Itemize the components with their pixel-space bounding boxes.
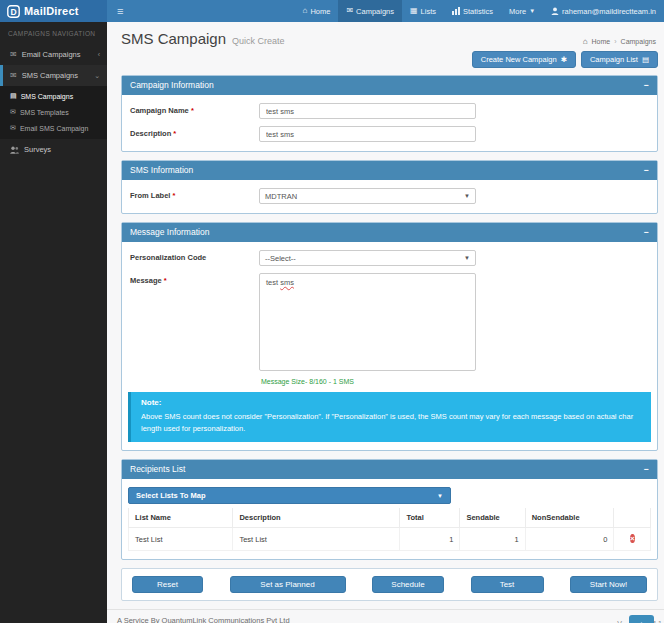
navbar-menu: ⌂ Home ✉ Campaigns ▦ Lists Statistics Mo… [295,0,664,22]
sidebar-item-sms-campaigns[interactable]: ✉ SMS Campaigns ⌄ [0,65,107,86]
cell-description: Test List [233,528,400,551]
note-title: Note: [141,398,641,407]
nav-home[interactable]: ⌂ Home [295,0,339,22]
col-total: Total [400,508,460,528]
nav-more[interactable]: More ▼ [501,0,543,22]
description-input[interactable] [259,126,476,142]
cell-nonsendable: 0 [525,528,614,551]
set-as-planned-button[interactable]: Set as Planned [230,576,346,593]
collapse-icon[interactable]: − [644,166,649,175]
campaign-list-button[interactable]: Campaign List ▤ [581,51,658,68]
label-text: Description [130,129,171,138]
panel-title: Campaign Information [130,80,214,90]
select-caret-icon: ▼ [464,255,470,261]
home-icon: ⌂ [583,37,588,46]
sidebar-item-label: SMS Campaigns [22,71,78,80]
personalization-label: Personalization Code [128,250,259,262]
personalization-row: Personalization Code --Select-- ▼ [128,250,651,266]
collapse-icon[interactable]: − [644,81,649,90]
sms-information-panel: SMS Information − From Label * MDTRAN ▼ [121,160,658,214]
label-text: Campaign Name [130,106,189,115]
home-icon: ⌂ [303,7,308,15]
panel-title: Recipients List [130,464,185,474]
recipients-list-panel: Recipients List − Select Lists To Map ▼ … [121,459,658,560]
scroll-to-top-button[interactable] [629,615,654,623]
required-asterisk: * [173,129,176,138]
top-navbar: D MailDirect ≡ ⌂ Home ✉ Campaigns ▦ List… [0,0,664,22]
cell-actions: × [614,528,651,551]
recipients-list-header: Recipients List − [122,460,657,479]
sidebar-item-surveys[interactable]: Surveys [0,139,107,160]
sidebar-subitem-sms-templates[interactable]: ✉ SMS Templates [0,104,107,120]
nav-user[interactable]: raheman@maildirectteam.in [543,0,664,22]
reset-button[interactable]: Reset [132,576,203,593]
collapse-icon[interactable]: − [644,228,649,237]
col-actions [614,508,651,528]
personalization-select[interactable]: --Select-- ▼ [259,250,476,266]
message-textarea[interactable]: test sms [259,273,476,371]
col-nonsendable: NonSendable [525,508,614,528]
breadcrumb-separator: › [614,38,616,45]
main-content: SMS Campaign Quick Create ⌂ Home › Campa… [107,22,664,623]
start-now-button[interactable]: Start Now! [570,576,647,593]
table-row: Test List Test List 1 1 0 × [129,528,651,551]
panel-title: Message Information [130,227,209,237]
from-label-select[interactable]: MDTRAN ▼ [259,188,476,204]
select-lists-label: Select Lists To Map [136,491,205,500]
collapse-icon[interactable]: − [644,465,649,474]
sidebar-toggle-icon[interactable]: ≡ [107,0,133,22]
sms-campaigns-icon: ✉ [10,71,17,80]
campaign-name-input[interactable] [259,103,476,119]
required-asterisk: * [164,276,167,285]
personalization-value: --Select-- [265,254,296,263]
create-new-campaign-label: Create New Campaign [481,55,557,64]
remove-list-icon[interactable]: × [630,534,635,543]
sidebar-subitem-email-sms-campaign[interactable]: ✉ Email SMS Campaign [0,120,107,136]
sidebar-subitem-label: SMS Templates [20,109,69,116]
create-new-campaign-button[interactable]: Create New Campaign ✱ [472,51,576,68]
user-icon [551,7,559,15]
select-caret-icon: ▼ [437,493,443,499]
select-lists-to-map-dropdown[interactable]: Select Lists To Map ▼ [128,487,451,504]
sidebar-subitem-label: SMS Campaigns [21,93,74,100]
panel-title: SMS Information [130,165,193,175]
nav-statistics-label: Statistics [463,7,493,16]
sms-templates-icon: ✉ [10,108,16,116]
cell-total: 1 [400,528,460,551]
test-button[interactable]: Test [471,576,544,593]
sidebar-item-email-campaigns[interactable]: ✉ Email Campaigns ‹ [0,44,107,65]
sidebar-section-title: CAMPAIGNS NAVIGATION [0,22,107,44]
description-label: Description * [128,126,259,138]
nav-lists[interactable]: ▦ Lists [402,0,444,22]
message-text: test [266,278,280,287]
campaign-list-label: Campaign List [590,55,638,64]
page-subtitle: Quick Create [232,36,285,46]
caret-down-icon: ▼ [529,8,535,14]
from-label-label: From Label * [128,188,259,200]
footer-service-line: A Service By QuantumLink Communications … [117,616,654,623]
page-actions: Create New Campaign ✱ Campaign List ▤ [107,47,664,75]
breadcrumb-home[interactable]: Home [592,38,611,45]
nav-campaigns-label: Campaigns [356,7,394,16]
lists-icon: ▦ [410,7,418,15]
schedule-button[interactable]: Schedule [372,576,444,593]
nav-statistics[interactable]: Statistics [444,0,501,22]
nav-home-label: Home [310,7,330,16]
nav-campaigns[interactable]: ✉ Campaigns [338,0,402,22]
col-description: Description [233,508,400,528]
sms-campaigns-submenu: ▤ SMS Campaigns ✉ SMS Templates ✉ Email … [0,86,107,139]
list-icon: ▤ [642,55,649,64]
message-size-counter: Message Size- 8/160 - 1 SMS [261,378,651,385]
nav-user-label: raheman@maildirectteam.in [562,7,656,16]
email-sms-campaign-icon: ✉ [10,124,16,132]
breadcrumb-current[interactable]: Campaigns [621,38,656,45]
message-row: Message * test sms [128,273,651,371]
maildirect-logo-icon: D [7,5,20,18]
brand[interactable]: D MailDirect [0,0,107,22]
message-text-misspelled: sms [280,278,294,287]
nav-lists-label: Lists [421,7,436,16]
sidebar-subitem-sms-campaigns[interactable]: ▤ SMS Campaigns [0,88,107,104]
sidebar-subitem-label: Email SMS Campaign [20,125,88,132]
message-information-header: Message Information − [122,223,657,242]
create-campaign-icon: ✱ [561,55,567,64]
